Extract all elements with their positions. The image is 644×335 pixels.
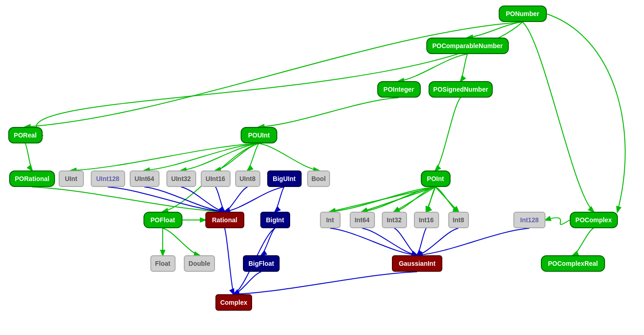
node-pocomplexreal: POComplexReal: [541, 255, 605, 272]
node-int128: Int128: [513, 212, 545, 228]
node-bigfloat: BigFloat: [243, 255, 280, 272]
node-pocomplex: POComplex: [570, 212, 618, 228]
node-rational: Rational: [205, 212, 244, 228]
node-uint64: UInt64: [130, 170, 160, 187]
node-uint: UInt: [59, 170, 84, 187]
node-complex: Complex: [215, 294, 252, 311]
node-int32: Int32: [382, 212, 407, 228]
node-uint8: UInt8: [235, 170, 260, 187]
node-int16: Int16: [414, 212, 439, 228]
node-int64: Int64: [350, 212, 375, 228]
node-double: Double: [184, 255, 215, 272]
node-pofloat: POFloat: [143, 212, 182, 228]
node-pouint: POUInt: [241, 127, 277, 143]
node-ponumber: PONumber: [499, 5, 547, 22]
node-float: Float: [150, 255, 176, 272]
node-uint16: UInt16: [201, 170, 231, 187]
node-uint128: UInt128: [91, 170, 125, 187]
node-bool: Bool: [307, 170, 330, 187]
node-gaussianint: GaussianInt: [392, 255, 442, 272]
node-pocomparablenumber: POComparableNumber: [426, 38, 509, 54]
node-poreal: POReal: [8, 127, 43, 143]
node-point: POInt: [421, 170, 451, 187]
node-int: Int: [320, 212, 341, 228]
node-int8: Int8: [448, 212, 469, 228]
graph-svg: [0, 0, 644, 335]
node-porational: PORational: [9, 170, 55, 187]
node-bigint: BigInt: [260, 212, 290, 228]
node-posignednumber: POSignedNumber: [429, 81, 493, 98]
node-pointeger: POInteger: [377, 81, 421, 98]
node-biguint: BigUInt: [267, 170, 302, 187]
node-uint32: UInt32: [166, 170, 196, 187]
